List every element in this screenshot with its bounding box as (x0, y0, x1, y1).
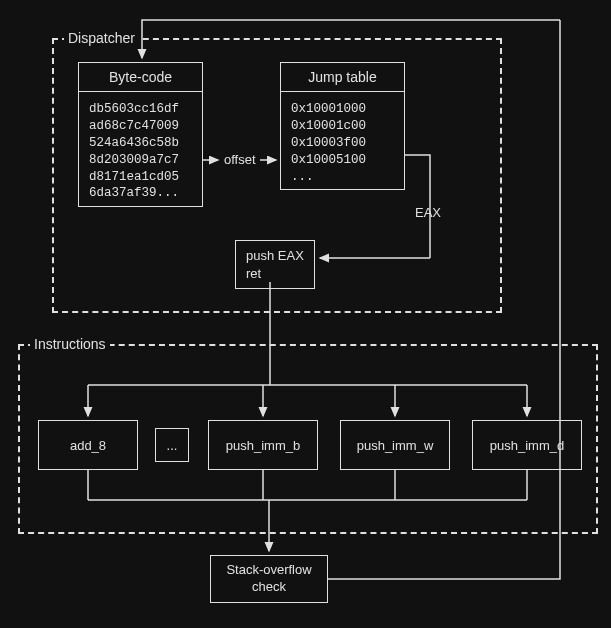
add8-box: add_8 (38, 420, 138, 470)
ellipsis-box: ... (155, 428, 189, 462)
jumptable-box: Jump table 0x10001000 0x10001c00 0x10003… (280, 62, 405, 190)
bytecode-title: Byte-code (79, 63, 202, 92)
add8-text: add_8 (70, 438, 106, 453)
instructions-label: Instructions (30, 336, 110, 352)
offset-label: offset (222, 152, 258, 167)
bytecode-box: Byte-code db5603cc16df ad68c7c47009 524a… (78, 62, 203, 207)
pushret-text: push EAX ret (246, 248, 304, 281)
jumptable-title: Jump table (281, 63, 404, 92)
push-imm-b-box: push_imm_b (208, 420, 318, 470)
jumptable-lines: 0x10001000 0x10001c00 0x10003f00 0x10005… (281, 95, 404, 189)
push-imm-d-text: push_imm_d (490, 438, 564, 453)
dispatcher-label: Dispatcher (64, 30, 139, 46)
stack-check-text: Stack-overflow check (226, 562, 311, 596)
push-imm-w-box: push_imm_w (340, 420, 450, 470)
push-imm-b-text: push_imm_b (226, 438, 300, 453)
eax-label: EAX (413, 205, 443, 220)
push-imm-w-text: push_imm_w (357, 438, 434, 453)
stack-check-box: Stack-overflow check (210, 555, 328, 603)
pushret-box: push EAX ret (235, 240, 315, 289)
bytecode-lines: db5603cc16df ad68c7c47009 524a6436c58b 8… (79, 95, 202, 206)
ellipsis-text: ... (167, 438, 178, 453)
push-imm-d-box: push_imm_d (472, 420, 582, 470)
